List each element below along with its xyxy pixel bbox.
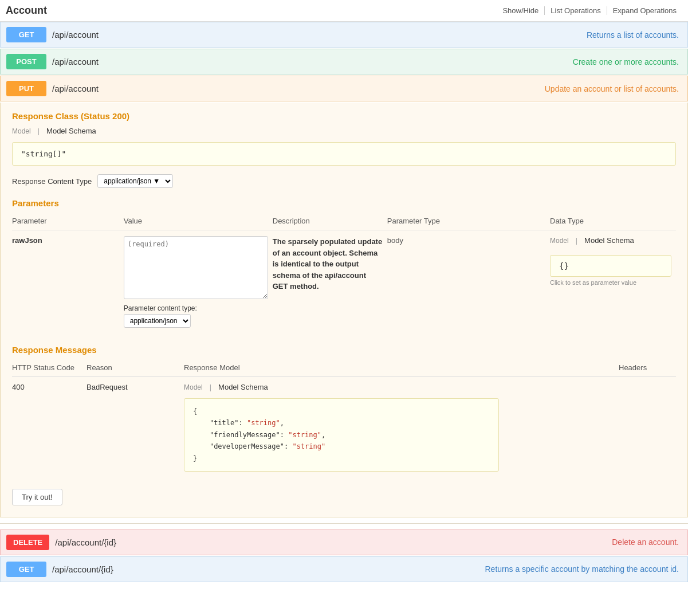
param-row-rawjson: rawJson Parameter content type: applicat… <box>12 230 676 334</box>
resp-headers-400 <box>619 377 676 477</box>
click-hint: Click to set as parameter value <box>550 279 671 286</box>
col-description: Description <box>273 214 387 230</box>
resp-model-label: Model <box>184 383 203 391</box>
get-id-badge: GET <box>6 562 46 577</box>
response-class-title: Response Class (Status 200) <box>12 111 676 121</box>
response-table: HTTP Status Code Reason Response Model H… <box>12 360 676 477</box>
json-title-line: "title": "string", <box>193 417 490 429</box>
resp-col-model: Response Model <box>184 360 619 377</box>
param-content-type-select[interactable]: application/json application/xml text/pl… <box>124 314 191 328</box>
data-type-model-box: Model | Model Schema {} Click to set as … <box>550 236 671 286</box>
get-id-description: Returns a specific account by matching t… <box>485 564 687 574</box>
content-type-label: Response Content Type <box>12 177 92 186</box>
method-row-delete[interactable]: DELETE /api/account/{id} Delete an accou… <box>0 529 688 555</box>
json-friendly-line: "friendlyMessage": "string", <box>193 429 490 441</box>
expand-operations-action[interactable]: Expand Operations <box>607 6 682 15</box>
parameters-title: Parameters <box>12 198 676 208</box>
method-row-get-id[interactable]: GET /api/account/{id} Returns a specific… <box>0 556 688 582</box>
get-path: /api/account <box>52 30 587 40</box>
response-schema-value: "string[]" <box>21 150 66 158</box>
content-type-row: Response Content Type application/json ▼… <box>12 174 676 188</box>
get-id-path: /api/account/{id} <box>52 564 485 574</box>
page-wrapper: Account Show/Hide List Operations Expand… <box>0 0 688 616</box>
page-title: Account <box>6 5 47 17</box>
json-developer-line: "developerMessage": "string" <box>193 441 490 452</box>
put-path: /api/account <box>52 84 545 93</box>
post-path: /api/account <box>52 57 573 66</box>
delete-description: Delete an account. <box>612 537 687 547</box>
json-open-brace: { <box>193 406 490 417</box>
param-type: body <box>387 236 403 245</box>
method-row-put[interactable]: PUT /api/account Update an account or li… <box>0 76 688 101</box>
param-description: The sparsely populated update of an acco… <box>273 236 383 292</box>
delete-badge: DELETE <box>6 535 49 550</box>
model-schema-link[interactable]: Model Schema <box>46 127 96 135</box>
put-badge: PUT <box>6 81 46 96</box>
resp-model-row: Model | Model Schema <box>184 383 619 391</box>
resp-col-headers: Headers <box>619 360 676 377</box>
resp-col-status: HTTP Status Code <box>12 360 87 377</box>
resp-model-schema-link[interactable]: Model Schema <box>218 383 268 391</box>
rawjson-input[interactable] <box>124 236 268 299</box>
api-header: Account Show/Hide List Operations Expand… <box>0 0 688 22</box>
header-actions: Show/Hide List Operations Expand Operati… <box>497 6 682 15</box>
post-description: Create one or more accounts. <box>573 57 687 66</box>
response-model-row: Model | Model Schema <box>12 127 676 135</box>
model-label: Model <box>12 127 31 135</box>
section-divider <box>0 523 688 524</box>
param-content-type-label: Parameter content type: <box>124 304 268 312</box>
method-row-get[interactable]: GET /api/account Returns a list of accou… <box>0 22 688 48</box>
resp-col-reason: Reason <box>87 360 184 377</box>
list-operations-action[interactable]: List Operations <box>545 6 607 15</box>
col-value: Value <box>124 214 273 230</box>
resp-json-box: { "title": "string", "friendlyMessage": … <box>184 398 499 472</box>
data-type-model-row: Model | Model Schema <box>550 236 671 245</box>
response-messages: Response Messages HTTP Status Code Reaso… <box>12 345 676 477</box>
get-badge: GET <box>6 27 46 42</box>
post-badge: POST <box>6 54 46 69</box>
resp-status-400: 400 <box>12 377 87 477</box>
col-parameter: Parameter <box>12 214 124 230</box>
resp-row-400: 400 BadRequest Model | Model Schema { "t… <box>12 377 676 477</box>
param-model-schema-link[interactable]: Model Schema <box>584 236 634 245</box>
expanded-put-section: Response Class (Status 200) Model | Mode… <box>0 103 688 517</box>
delete-path: /api/account/{id} <box>55 537 612 547</box>
put-description: Update an account or list of accounts. <box>545 84 687 93</box>
divider: | <box>38 127 40 135</box>
method-row-post[interactable]: POST /api/account Create one or more acc… <box>0 49 688 74</box>
get-description: Returns a list of accounts. <box>587 30 687 40</box>
response-messages-title: Response Messages <box>12 345 676 355</box>
col-param-type: Parameter Type <box>387 214 550 230</box>
col-data-type: Data Type <box>550 214 676 230</box>
divider2: | <box>576 236 577 245</box>
resp-model-400: Model | Model Schema { "title": "string"… <box>184 377 619 477</box>
param-name: rawJson <box>12 236 42 245</box>
parameters-table: Parameter Value Description Parameter Ty… <box>12 214 676 333</box>
response-schema-box: "string[]" <box>12 142 676 166</box>
try-it-out-button[interactable]: Try it out! <box>12 489 62 505</box>
show-hide-action[interactable]: Show/Hide <box>497 6 545 15</box>
resp-reason-400: BadRequest <box>87 377 184 477</box>
json-close-brace: } <box>193 453 490 464</box>
param-schema-json[interactable]: {} <box>550 255 671 277</box>
content-type-select[interactable]: application/json ▼ application/xml text/… <box>97 174 173 188</box>
param-model-label: Model <box>550 237 569 245</box>
